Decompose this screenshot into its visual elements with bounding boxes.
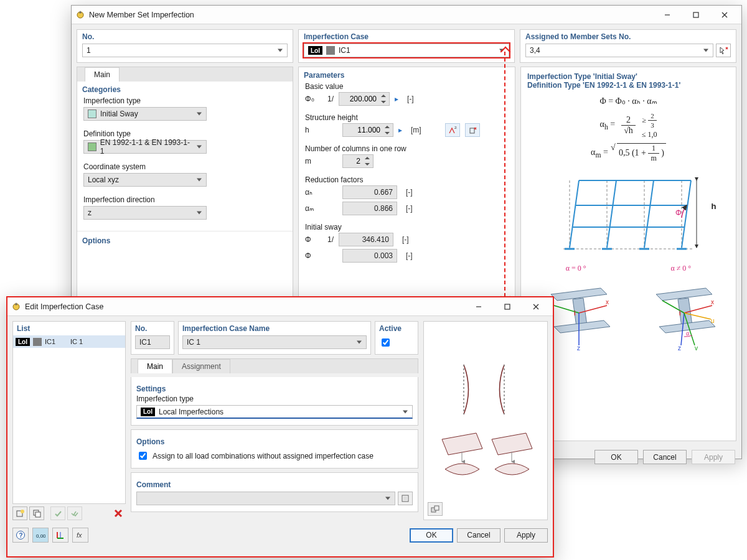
h-input[interactable] <box>342 123 393 137</box>
edit-cancel-button[interactable]: Cancel <box>457 528 500 543</box>
imperfection-case-select[interactable]: LoI IC1 <box>304 44 509 57</box>
formula-main: Φ = Φ₀ · αₕ · αₘ <box>530 96 727 106</box>
h-arrow-icon[interactable]: ▸ <box>398 126 402 134</box>
assign-all-checkbox[interactable] <box>139 452 147 460</box>
phi0-step-up[interactable] <box>379 93 388 99</box>
imperfection-direction-select[interactable]: z <box>83 206 207 220</box>
main-apply-button[interactable]: Apply <box>692 450 735 464</box>
case-value: IC1 <box>339 46 350 55</box>
alpha-m-symbol: αₘ <box>305 204 322 213</box>
edit-apply-button[interactable]: Apply <box>504 528 548 543</box>
phi0-arrow-icon[interactable]: ▸ <box>395 95 398 103</box>
loi-chip: LoI <box>16 338 30 346</box>
coordinate-system-select[interactable]: Local xyz <box>83 173 207 187</box>
edit-no-value: IC1 <box>135 335 170 349</box>
imperfection-type-select[interactable]: Initial Sway <box>83 107 207 121</box>
active-checkbox[interactable] <box>382 338 390 347</box>
edit-ok-button[interactable]: OK <box>410 528 453 543</box>
tab-main[interactable]: Main <box>85 67 120 82</box>
help-button[interactable]: ? <box>12 528 29 543</box>
h-step-down[interactable] <box>383 130 392 136</box>
preview-bow-icon <box>436 358 535 421</box>
main-cancel-button[interactable]: Cancel <box>643 450 687 464</box>
app-icon-2 <box>11 302 21 312</box>
svg-line-17 <box>607 180 616 248</box>
def-type-value: EN 1992-1-1 & EN 1993-1-1 <box>100 138 192 156</box>
edit-imp-type-select[interactable]: LoI Local Imperfections <box>136 405 413 419</box>
formula-display: Φ = Φ₀ · αₕ · αₘ αh = 2√h ≥ 23 ≤ 1,0 αm … <box>521 90 736 169</box>
edit-maximize-button[interactable] <box>493 297 522 315</box>
no-panel: No. 1 <box>77 29 293 63</box>
phi-symbol-1: Φ <box>305 235 322 244</box>
minimize-button[interactable] <box>653 6 682 24</box>
comment-select[interactable] <box>136 492 395 505</box>
m-input[interactable] <box>342 154 374 168</box>
phi-symbol-2: Φ <box>305 251 322 260</box>
connector-arrow <box>504 52 505 297</box>
axes-ne0-label: α ≠ 0 ° <box>644 264 718 273</box>
phi0-unit: [-] <box>407 95 414 103</box>
basic-value-label: Basic value <box>299 80 515 91</box>
m-symbol: m <box>305 157 322 166</box>
edit-tab-main[interactable]: Main <box>138 359 172 373</box>
no-field[interactable]: 1 <box>82 44 288 57</box>
imperfection-case-label: Imperfection Case <box>304 32 509 41</box>
sway-frame-diagram: Φ h <box>557 174 700 255</box>
main-ok-button[interactable]: OK <box>594 450 638 464</box>
check-one-button[interactable] <box>50 506 65 520</box>
svg-rect-61 <box>35 512 40 517</box>
list-item-ic1[interactable]: LoI IC1 IC 1 <box>13 335 125 348</box>
structure-button[interactable] <box>52 528 68 543</box>
alpha-m-value: 0.866 <box>342 202 397 215</box>
edit-loi-chip: LoI <box>141 408 155 416</box>
no-value: 1 <box>87 46 91 55</box>
h-step-up[interactable] <box>383 124 392 130</box>
svg-text:Φ: Φ <box>675 208 682 217</box>
edit-close-button[interactable] <box>522 297 550 315</box>
maximize-button[interactable] <box>682 6 710 24</box>
main-titlebar[interactable]: New Member Set Imperfection <box>72 6 741 24</box>
assigned-field[interactable]: 3,4 <box>525 44 713 57</box>
definition-type-select[interactable]: EN 1992-1-1 & EN 1993-1-1 <box>83 140 207 154</box>
edit-minimize-button[interactable] <box>464 297 493 315</box>
tool-measure-button[interactable]: 2x <box>445 123 460 137</box>
edit-titlebar[interactable]: Edit Imperfection Case <box>7 297 553 316</box>
preview-shell-icon <box>433 421 538 483</box>
svg-rect-2 <box>693 12 698 17</box>
dir-value: z <box>88 208 92 217</box>
close-button[interactable] <box>710 6 739 24</box>
assign-all-label: Assign to all load combinations without … <box>153 452 374 460</box>
one-over-2: 1/ <box>327 235 334 244</box>
units-button[interactable]: 0,00 <box>32 528 49 543</box>
phi0-input[interactable] <box>339 92 390 106</box>
m-step-down[interactable] <box>363 161 372 167</box>
beam-ne0-icon: x u i z v α <box>644 276 718 350</box>
svg-rect-8 <box>470 128 474 133</box>
imp-type-value: Initial Sway <box>100 110 138 118</box>
assigned-value: 3,4 <box>530 46 540 55</box>
phi0-step-down[interactable] <box>379 99 388 105</box>
svg-point-59 <box>21 510 24 513</box>
new-item-button[interactable] <box>12 506 27 520</box>
no-label: No. <box>82 32 288 41</box>
preview-settings-button[interactable] <box>428 502 443 516</box>
preview-panel <box>423 321 548 520</box>
svg-rect-73 <box>435 506 439 510</box>
m-value[interactable] <box>343 157 363 166</box>
svg-text:u: u <box>711 317 715 324</box>
copy-item-button[interactable] <box>29 506 44 520</box>
h-value[interactable] <box>343 126 383 134</box>
check-all-button[interactable] <box>67 506 82 520</box>
m-step-up[interactable] <box>363 155 372 161</box>
edit-tab-assignment[interactable]: Assignment <box>172 359 230 373</box>
tool-clear-button[interactable] <box>465 123 480 137</box>
columns-label: Number of columns in one row <box>299 138 515 153</box>
delete-item-button[interactable] <box>111 506 126 520</box>
phi0-value[interactable] <box>339 95 379 103</box>
case-name-select[interactable]: IC 1 <box>182 335 367 349</box>
comment-edit-button[interactable] <box>398 492 413 505</box>
function-button[interactable]: fx <box>72 528 88 543</box>
reduction-factors-label: Reduction factors <box>299 169 515 184</box>
pick-members-button[interactable] <box>716 44 731 57</box>
svg-text:i: i <box>679 310 681 317</box>
